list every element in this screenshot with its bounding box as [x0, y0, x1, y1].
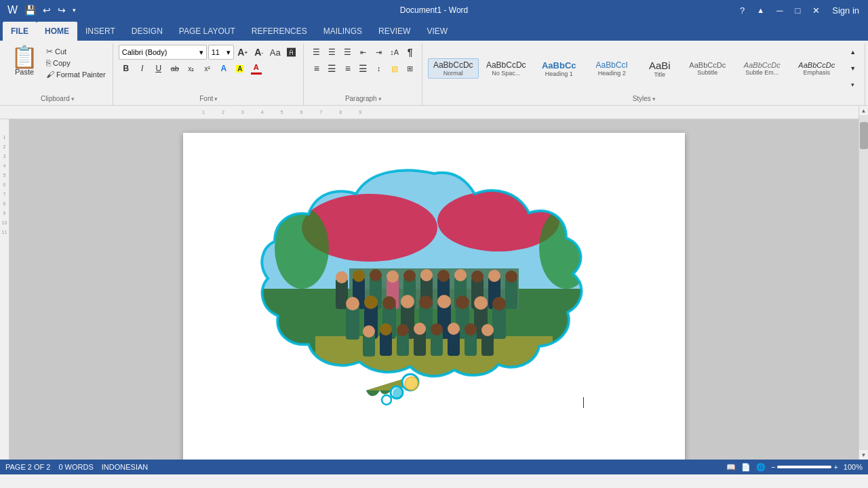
page-container[interactable]	[9, 119, 859, 460]
tab-mailings[interactable]: MAILINGS	[315, 22, 370, 41]
svg-point-28	[488, 270, 500, 282]
scroll-thumb[interactable]	[860, 122, 868, 149]
highlight-button[interactable]: A	[233, 61, 248, 76]
read-mode-icon[interactable]: 📖	[726, 463, 736, 472]
superscript-button[interactable]: x²	[200, 61, 215, 76]
borders-button[interactable]: ⊞	[403, 61, 418, 76]
format-painter-icon: 🖌	[46, 70, 54, 79]
web-layout-icon[interactable]: 🌐	[756, 463, 766, 472]
svg-point-45	[456, 296, 469, 309]
strikethrough-button[interactable]: ab	[167, 61, 182, 76]
tab-file[interactable]: FILE	[3, 22, 37, 41]
doc-main: 1 2 3 4 5 6 7 8 9	[9, 106, 859, 460]
paste-button[interactable]: 📋 Paste	[7, 45, 42, 77]
font-size-dropdown[interactable]: 11 ▾	[208, 45, 234, 60]
print-layout-icon[interactable]: 📄	[741, 463, 751, 472]
show-marks-button[interactable]: ¶	[403, 45, 418, 60]
style-title[interactable]: AaBi Title	[639, 58, 680, 80]
zoom-bar[interactable]	[777, 466, 831, 468]
numbering-button[interactable]: ☰	[325, 45, 340, 60]
align-center-button[interactable]: ☰	[325, 61, 340, 76]
zoom-slider[interactable]: − +	[771, 463, 838, 471]
cloud-shape-svg	[248, 153, 620, 411]
copy-button[interactable]: ⎘ Copy	[43, 58, 108, 68]
customize-icon[interactable]: ▾	[71, 5, 78, 15]
sort-button[interactable]: ↕A	[387, 45, 402, 60]
shading-button[interactable]: ▨	[387, 61, 402, 76]
tab-home[interactable]: HOME	[37, 22, 77, 41]
tab-design[interactable]: DESIGN	[123, 22, 171, 41]
align-right-button[interactable]: ≡	[340, 61, 355, 76]
multilevel-list-button[interactable]: ☰	[340, 45, 355, 60]
cloud-image-container[interactable]	[248, 153, 620, 411]
format-painter-button[interactable]: 🖌 Format Painter	[43, 69, 108, 80]
shrink-font-button[interactable]: A-	[252, 45, 267, 60]
cut-button[interactable]: ✂ Cut	[43, 46, 108, 57]
sign-in-button[interactable]: Sign in	[829, 4, 863, 17]
svg-point-27	[471, 270, 484, 283]
tab-references[interactable]: REFERENCES	[243, 22, 315, 41]
font-expander[interactable]: ▾	[214, 96, 218, 102]
quick-access-toolbar: W 💾 ↩ ↪ ▾	[5, 3, 78, 18]
scroll-track[interactable]	[859, 115, 869, 450]
tab-review[interactable]: REVIEW	[370, 22, 418, 41]
styles-scroll-up[interactable]: ▲	[846, 45, 861, 60]
font-color-button[interactable]: A	[249, 61, 264, 76]
scroll-up-button[interactable]: ▲	[859, 106, 869, 115]
align-left-button[interactable]: ≡	[309, 61, 324, 76]
save-icon[interactable]: 💾	[22, 3, 38, 17]
line-spacing-button[interactable]: ↕	[372, 61, 387, 76]
ribbon: 📋 Paste ✂ Cut ⎘ Copy 🖌 Format Painter	[0, 41, 868, 106]
subscript-button[interactable]: x₂	[184, 61, 199, 76]
styles-expander[interactable]: ▾	[652, 96, 656, 102]
bold-button[interactable]: B	[119, 61, 134, 76]
styles-scroll-down[interactable]: ▼	[846, 61, 861, 76]
font-name-dropdown[interactable]: Calibri (Body) ▾	[119, 45, 207, 60]
change-case-button[interactable]: Aa	[268, 45, 283, 60]
justify-button[interactable]: ☰	[356, 61, 371, 76]
restore-button[interactable]: □	[791, 4, 804, 17]
word-icon: W	[5, 3, 20, 18]
bullets-button[interactable]: ☰	[309, 45, 324, 60]
style-normal[interactable]: AaBbCcDc Normal	[428, 58, 479, 79]
italic-button[interactable]: I	[135, 61, 150, 76]
style-no-spacing[interactable]: AaBbCcDc No Spac...	[481, 58, 532, 79]
document-title: Document1 - Word	[400, 5, 468, 15]
redo-icon[interactable]: ↪	[56, 3, 68, 17]
tab-insert[interactable]: INSERT	[77, 22, 123, 41]
zoom-level: 100%	[844, 463, 863, 471]
font-size-arrow: ▾	[226, 48, 231, 57]
styles-more[interactable]: ▾	[846, 77, 861, 92]
grow-font-button[interactable]: A+	[235, 45, 250, 60]
clipboard-expander[interactable]: ▾	[71, 96, 75, 102]
style-emphasis[interactable]: AaBbCcDc Emphasis	[791, 59, 842, 78]
style-heading2[interactable]: AaBbCcI Heading 2	[587, 58, 637, 79]
scroll-down-button[interactable]: ▼	[859, 450, 869, 460]
undo-icon[interactable]: ↩	[41, 3, 53, 17]
minimize-button[interactable]: ─	[773, 4, 786, 17]
help-button[interactable]: ?	[736, 4, 748, 17]
svg-point-39	[346, 297, 359, 310]
decrease-indent-button[interactable]: ⇤	[356, 45, 371, 60]
svg-point-61	[448, 323, 460, 335]
document-page[interactable]	[183, 133, 685, 460]
style-subtle-emphasis[interactable]: AaBbCcDc Subtle Em...	[735, 59, 789, 78]
svg-point-47	[492, 297, 506, 310]
svg-point-6	[539, 207, 593, 289]
close-button[interactable]: ✕	[809, 4, 823, 17]
right-scrollbar[interactable]: ▲ ▼	[859, 106, 868, 460]
style-heading1[interactable]: AaBbCc Heading 1	[534, 58, 585, 79]
increase-indent-button[interactable]: ⇥	[372, 45, 387, 60]
text-effects-button[interactable]: A	[216, 61, 231, 76]
clear-format-button[interactable]: 🅰	[284, 45, 299, 60]
svg-point-66	[382, 395, 391, 405]
tab-view[interactable]: VIEW	[418, 22, 456, 41]
tab-page-layout[interactable]: PAGE LAYOUT	[171, 22, 243, 41]
underline-button[interactable]: U	[151, 61, 166, 76]
paragraph-expander[interactable]: ▾	[378, 96, 382, 102]
zoom-in-button[interactable]: +	[833, 463, 837, 471]
ribbon-toggle[interactable]: ▲	[753, 5, 768, 16]
style-subtitle[interactable]: AaBbCcDc Subtitle	[682, 59, 733, 78]
svg-point-20	[353, 270, 365, 282]
zoom-out-button[interactable]: −	[771, 463, 775, 471]
